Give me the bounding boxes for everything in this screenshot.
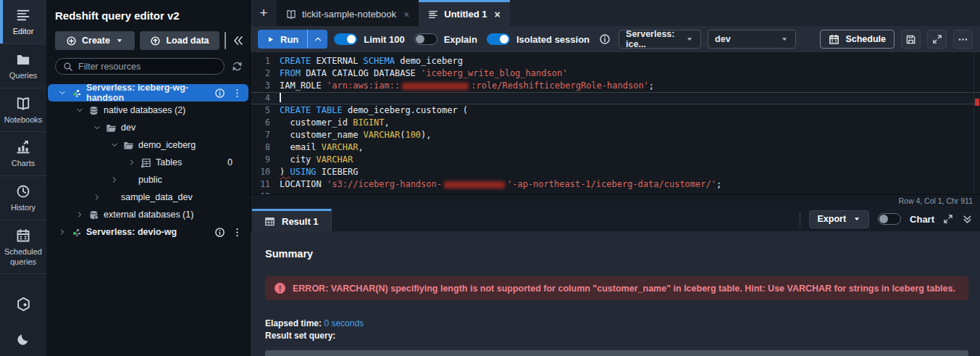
tree-row-sample-data-dev[interactable]: sample_data_dev bbox=[48, 189, 248, 206]
code-line-5: 5CREATE TABLE demo_iceberg.customer ( bbox=[251, 104, 980, 117]
chevron-down-icon[interactable] bbox=[75, 107, 84, 114]
info-icon[interactable] bbox=[214, 227, 225, 238]
tab-untitled-1[interactable]: Untitled 1× bbox=[419, 0, 509, 26]
filter-row bbox=[46, 50, 250, 79]
moon-icon[interactable] bbox=[17, 332, 30, 346]
cursor-position-status: Row 4, Col 1, Chr 911 bbox=[898, 196, 973, 205]
line-number: 1 bbox=[251, 55, 280, 67]
hexagon-settings-icon[interactable] bbox=[16, 297, 31, 312]
isolated-session-toggle[interactable] bbox=[487, 33, 510, 45]
error-icon: ! bbox=[275, 283, 285, 294]
database-external-icon bbox=[88, 210, 99, 220]
filter-resources-input[interactable] bbox=[55, 58, 225, 75]
tree-row-dev[interactable]: dev bbox=[48, 119, 248, 136]
fullscreen-button[interactable] bbox=[927, 30, 947, 49]
kebab-icon[interactable] bbox=[232, 88, 243, 99]
refresh-icon[interactable] bbox=[230, 59, 244, 73]
schedule-button[interactable]: Schedule bbox=[820, 30, 895, 49]
code-line-8: 8 email VARCHAR, bbox=[251, 141, 980, 154]
tree-row-external-databases-1-[interactable]: external databases (1) bbox=[48, 206, 248, 223]
tree-row-demo-iceberg[interactable]: demo_iceberg bbox=[48, 136, 248, 154]
sql-editor[interactable]: 1CREATE EXTERNAL SCHEMA demo_iceberg2FRO… bbox=[251, 52, 980, 194]
info-icon[interactable] bbox=[599, 33, 611, 45]
rail-item-queries[interactable]: Queries bbox=[0, 44, 46, 88]
search-input[interactable] bbox=[78, 62, 217, 72]
run-options-caret[interactable] bbox=[308, 30, 327, 49]
more-actions-button[interactable] bbox=[953, 30, 973, 49]
result-tab[interactable]: Result 1 bbox=[252, 209, 332, 231]
chevron-down-icon[interactable] bbox=[110, 141, 119, 149]
tab-label: Untitled 1 bbox=[444, 9, 487, 20]
folder-icon bbox=[106, 192, 117, 203]
collapse-results-icon[interactable] bbox=[962, 214, 973, 225]
chevron-down-icon[interactable] bbox=[93, 124, 101, 131]
tree-row-count: 0 bbox=[227, 157, 243, 167]
close-icon[interactable]: × bbox=[403, 9, 409, 20]
rail-item-history[interactable]: History bbox=[0, 176, 46, 220]
plus-circle-icon bbox=[66, 36, 77, 46]
redacted-text bbox=[444, 181, 505, 189]
rail-item-label: Notebooks bbox=[4, 115, 43, 125]
tree-row-public[interactable]: public bbox=[48, 171, 248, 189]
chevron-right-icon[interactable] bbox=[93, 194, 101, 201]
export-button[interactable]: Export bbox=[809, 210, 869, 228]
schedule-button-label: Schedule bbox=[845, 34, 886, 44]
line-number: 5 bbox=[251, 104, 280, 117]
tab-tickit-sample-notebook[interactable]: tickit-sample-notebook× bbox=[277, 0, 419, 26]
chevron-right-icon[interactable] bbox=[110, 176, 119, 183]
folder-icon bbox=[123, 175, 134, 186]
result-set-query-scrollbar[interactable] bbox=[265, 350, 968, 356]
limit-toggle[interactable] bbox=[334, 33, 357, 45]
expand-results-icon[interactable] bbox=[943, 214, 953, 224]
code-line-7: 7 customer_name VARCHAR(100), bbox=[251, 129, 980, 141]
rail-item-notebooks[interactable]: Notebooks bbox=[0, 88, 46, 133]
collapse-sidebar-icon[interactable] bbox=[231, 33, 246, 48]
results-header: Result 1 Export Chart bbox=[251, 207, 980, 231]
run-button[interactable]: Run bbox=[258, 30, 327, 49]
chevron-right-icon[interactable] bbox=[127, 159, 136, 166]
tab-bar: + tickit-sample-notebook×Untitled 1× bbox=[251, 0, 980, 26]
fullscreen-icon bbox=[932, 34, 942, 44]
rail-item-scheduled-queries[interactable]: Scheduled queries bbox=[0, 220, 46, 275]
code-text: LOCATION 's3://iceberg-handson-'-ap-nort… bbox=[280, 178, 721, 191]
scrollbar-gutter[interactable] bbox=[973, 52, 974, 194]
rail-item-editor[interactable]: Editor bbox=[0, 0, 46, 44]
load-data-button[interactable]: Load data bbox=[140, 31, 219, 50]
elapsed-time-row: Elapsed time: 0 seconds bbox=[265, 318, 968, 328]
ellipsis-icon bbox=[958, 34, 968, 45]
code-line-6: 6 customer_id BIGINT, bbox=[251, 117, 980, 129]
tree-row-serverless-iceberg-wg-handson[interactable]: Serverless: iceberg-wg-handson bbox=[48, 84, 248, 102]
chevron-right-icon[interactable] bbox=[75, 211, 84, 218]
chevron-down-icon[interactable] bbox=[58, 89, 67, 96]
chart-toggle[interactable] bbox=[878, 213, 901, 225]
line-number: 4 bbox=[251, 92, 280, 104]
tree-row-serverless-devio-wg[interactable]: Serverless: devio-wg bbox=[48, 223, 248, 241]
serverless-icon bbox=[71, 88, 82, 99]
tree-row-native-databases-2-[interactable]: native databases (2) bbox=[48, 102, 248, 119]
close-icon[interactable]: × bbox=[494, 9, 500, 20]
table-grid-icon bbox=[264, 216, 275, 227]
error-banner: ! ERROR: VARCHAR(N) specifiying length i… bbox=[265, 276, 968, 300]
explain-toggle[interactable] bbox=[414, 33, 437, 45]
create-button-label: Create bbox=[82, 36, 110, 46]
rail-item-label: History bbox=[11, 203, 35, 213]
info-icon[interactable] bbox=[214, 88, 225, 99]
run-button-label: Run bbox=[280, 34, 298, 45]
tree-row-label: external databases (1) bbox=[104, 210, 193, 220]
tree-row-tables[interactable]: Tables0 bbox=[48, 154, 248, 171]
kebab-icon[interactable] bbox=[232, 227, 243, 238]
create-button[interactable]: Create bbox=[55, 31, 135, 50]
workgroup-select[interactable]: Serverless: ice... bbox=[619, 30, 701, 49]
new-tab-button[interactable]: + bbox=[251, 0, 277, 26]
rail-item-charts[interactable]: Charts bbox=[0, 132, 46, 176]
code-line-11: 11LOCATION 's3://iceberg-handson-'-ap-no… bbox=[251, 178, 980, 191]
line-number: 12 bbox=[251, 191, 280, 194]
isolated-session-label: Isolated session bbox=[516, 34, 590, 45]
database-select[interactable]: dev bbox=[708, 30, 796, 49]
elapsed-time-link[interactable]: 0 seconds bbox=[324, 318, 364, 328]
tree-row-label: native databases (2) bbox=[104, 105, 185, 115]
chevron-right-icon[interactable] bbox=[58, 228, 67, 236]
tree-row-label: Serverless: devio-wg bbox=[86, 227, 177, 237]
save-button[interactable] bbox=[901, 30, 921, 49]
result-tab-label: Result 1 bbox=[282, 216, 319, 227]
